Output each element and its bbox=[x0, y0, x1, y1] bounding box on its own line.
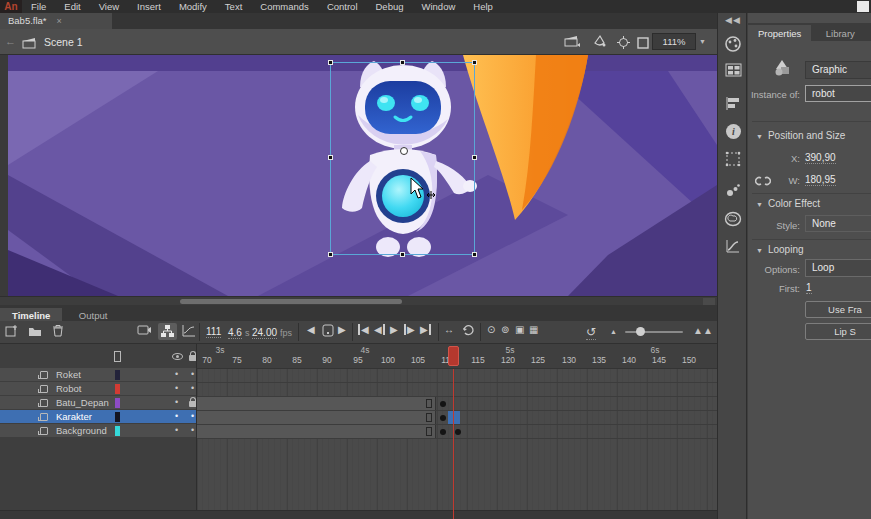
camera-button[interactable] bbox=[137, 324, 152, 336]
layer-row-roket[interactable]: Roket • • bbox=[0, 368, 196, 382]
menu-help[interactable]: Help bbox=[464, 0, 502, 13]
layer-color-swatch[interactable] bbox=[115, 426, 120, 436]
visibility-dot[interactable]: • bbox=[175, 369, 178, 379]
edit-scene-icon[interactable] bbox=[564, 34, 580, 52]
stage-hscrollbar[interactable] bbox=[0, 296, 717, 305]
visibility-dot[interactable]: • bbox=[175, 411, 178, 421]
go-to-first-frame-button[interactable]: ◀ bbox=[358, 324, 369, 335]
go-to-last-frame-button[interactable]: ▶ bbox=[420, 324, 431, 335]
zoom-out-frames-icon[interactable]: ▲ bbox=[610, 328, 617, 335]
frame-span[interactable] bbox=[197, 411, 436, 424]
layer-row-robot[interactable]: Robot • • bbox=[0, 382, 196, 396]
cc-libraries-panel-icon[interactable] bbox=[718, 211, 748, 231]
frames-karakter[interactable] bbox=[197, 411, 718, 425]
lip-syncing-button[interactable]: Lip S bbox=[805, 323, 871, 340]
layer-row-batu-depan[interactable]: Batu_Depan • bbox=[0, 396, 196, 410]
section-color-effect[interactable]: ▼Color Effect bbox=[756, 198, 820, 209]
color-panel-icon[interactable] bbox=[718, 35, 748, 57]
menu-window[interactable]: Window bbox=[413, 0, 465, 13]
layer-row-karakter[interactable]: Karakter • • bbox=[0, 410, 196, 424]
section-looping[interactable]: ▼Looping bbox=[756, 244, 804, 255]
lock-dot[interactable]: • bbox=[191, 411, 194, 421]
keyframe-dot[interactable] bbox=[440, 415, 446, 421]
menu-file[interactable]: File bbox=[22, 0, 55, 13]
frames-robot[interactable] bbox=[197, 383, 718, 397]
transform-handle[interactable] bbox=[472, 155, 477, 160]
timeline-zoom-slider[interactable] bbox=[625, 331, 683, 333]
transform-handle[interactable] bbox=[472, 60, 477, 65]
window-control-button[interactable] bbox=[857, 1, 869, 12]
menu-insert[interactable]: Insert bbox=[128, 0, 170, 13]
close-icon[interactable]: × bbox=[57, 16, 62, 26]
edit-symbols-icon[interactable] bbox=[592, 34, 608, 52]
layer-color-swatch[interactable] bbox=[115, 412, 120, 422]
layer-depth-button[interactable] bbox=[182, 324, 196, 337]
chevron-down-icon[interactable]: ▼ bbox=[699, 38, 706, 45]
clip-content-icon[interactable] bbox=[637, 35, 649, 53]
first-frame-value[interactable]: 1 bbox=[806, 282, 812, 294]
delete-layer-button[interactable] bbox=[52, 324, 64, 337]
layer-parenting-button[interactable] bbox=[158, 323, 177, 340]
transform-handle[interactable] bbox=[328, 60, 333, 65]
menu-text[interactable]: Text bbox=[216, 0, 251, 13]
transform-handle[interactable] bbox=[472, 252, 477, 257]
frames-roket[interactable] bbox=[197, 369, 718, 383]
playhead-line[interactable] bbox=[453, 369, 454, 519]
swatches-panel-icon[interactable] bbox=[718, 63, 748, 81]
stage-zoom-select[interactable]: 111% bbox=[652, 33, 696, 50]
menu-edit[interactable]: Edit bbox=[55, 0, 89, 13]
lock-dot[interactable]: • bbox=[191, 425, 194, 435]
lock-dot[interactable]: • bbox=[191, 383, 194, 393]
frames-batu-depan[interactable] bbox=[197, 397, 718, 411]
layer-color-swatch[interactable] bbox=[115, 370, 120, 380]
motion-editor-panel-icon[interactable] bbox=[718, 239, 748, 258]
visibility-dot[interactable]: • bbox=[175, 425, 178, 435]
stage-hscrollbar-thumb[interactable] bbox=[180, 299, 402, 304]
show-hide-all-icon[interactable] bbox=[172, 353, 183, 360]
menu-control[interactable]: Control bbox=[318, 0, 367, 13]
scene-name[interactable]: Scene 1 bbox=[44, 36, 83, 48]
tab-library[interactable]: Library bbox=[816, 25, 865, 43]
modify-markers-button[interactable]: ▦ bbox=[529, 324, 538, 335]
step-back-one-frame-button[interactable]: ◀ bbox=[374, 324, 385, 335]
zoom-in-frames-icon[interactable]: ▲▲ bbox=[693, 325, 713, 336]
style-select[interactable]: None bbox=[805, 215, 871, 232]
keyframe-dot[interactable] bbox=[440, 401, 446, 407]
frame-span[interactable] bbox=[197, 425, 436, 438]
menu-debug[interactable]: Debug bbox=[367, 0, 413, 13]
instance-name-field[interactable]: robot bbox=[805, 85, 871, 102]
current-frame-field[interactable]: 111 bbox=[206, 326, 221, 338]
timeline-zoom-knob[interactable] bbox=[636, 327, 645, 336]
menu-view[interactable]: View bbox=[90, 0, 128, 13]
lock-dot[interactable]: • bbox=[191, 369, 194, 379]
new-folder-button[interactable] bbox=[28, 324, 42, 337]
loop-playback-button[interactable] bbox=[461, 324, 475, 337]
tab-properties[interactable]: Properties bbox=[748, 25, 811, 43]
brush-library-panel-icon[interactable] bbox=[718, 183, 748, 202]
selection-bounding-box[interactable] bbox=[330, 62, 475, 255]
step-forward-icon[interactable]: ▶ bbox=[338, 324, 346, 335]
playhead[interactable] bbox=[448, 346, 459, 366]
new-layer-button[interactable] bbox=[5, 324, 18, 337]
transformation-point[interactable] bbox=[400, 147, 408, 155]
reset-timeline-zoom-button[interactable]: ↺ bbox=[586, 325, 596, 340]
transform-handle[interactable] bbox=[400, 252, 405, 257]
use-frame-picker-button[interactable]: Use Fra bbox=[805, 301, 871, 318]
frames-background[interactable] bbox=[197, 425, 718, 439]
collapse-panels-icon[interactable]: ◀◀ bbox=[718, 15, 748, 25]
visibility-dot[interactable]: • bbox=[175, 397, 178, 407]
onion-skin-button[interactable]: ⊙ bbox=[487, 324, 495, 335]
step-back-icon[interactable]: ◀ bbox=[307, 324, 315, 335]
transform-handle[interactable] bbox=[400, 60, 405, 65]
play-button[interactable]: ▶ bbox=[390, 324, 398, 335]
w-value[interactable]: 180,95 bbox=[805, 174, 836, 186]
x-value[interactable]: 390,90 bbox=[805, 152, 836, 164]
frame-span[interactable] bbox=[197, 397, 436, 410]
frames-grid[interactable] bbox=[196, 369, 717, 510]
onion-skin-outlines-button[interactable]: ⊚ bbox=[501, 324, 509, 335]
center-stage-icon[interactable] bbox=[617, 35, 630, 53]
transform-panel-icon[interactable] bbox=[718, 151, 748, 171]
layer-color-swatch[interactable] bbox=[115, 384, 120, 394]
keyframe-dot[interactable] bbox=[440, 429, 446, 435]
section-position-size[interactable]: ▼Position and Size bbox=[756, 130, 845, 141]
